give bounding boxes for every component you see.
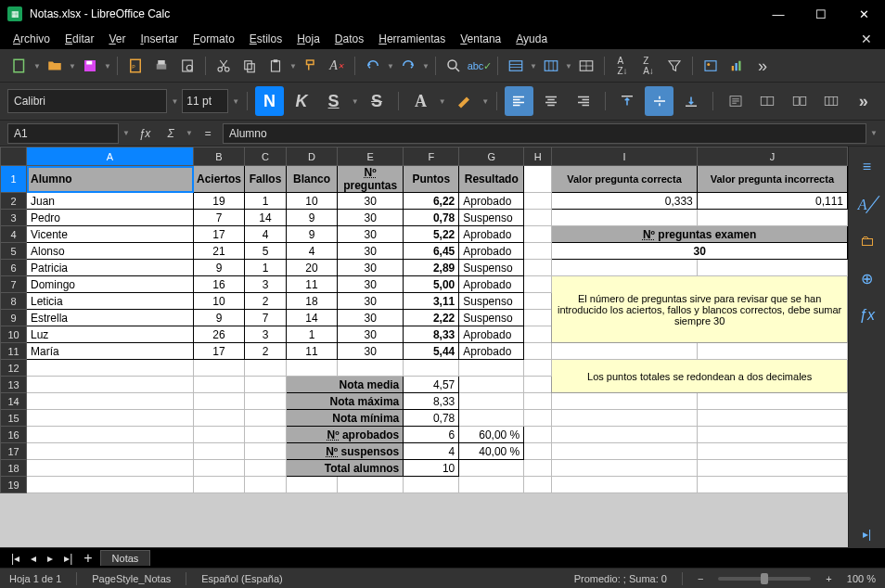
cell-A17[interactable] (27, 443, 194, 460)
cell-H17[interactable] (524, 443, 552, 460)
cell-J11[interactable] (697, 343, 847, 360)
col-header-G[interactable]: G (459, 147, 524, 166)
undo-icon[interactable] (361, 54, 385, 78)
minimize-button[interactable]: — (764, 7, 792, 21)
cell-D1[interactable]: Blanco (287, 166, 338, 193)
function-wizard-icon[interactable]: ƒx (134, 123, 156, 144)
cell-F14[interactable]: 8,33 (404, 393, 459, 410)
cell-C1[interactable]: Fallos (245, 166, 287, 193)
col-header-I[interactable]: I (552, 147, 698, 166)
cell-H18[interactable] (524, 460, 552, 477)
more2-icon[interactable]: » (850, 86, 879, 116)
merge-button[interactable] (753, 86, 782, 116)
row-header-15[interactable]: 15 (1, 410, 27, 427)
col-header-H[interactable]: H (524, 147, 552, 166)
cell-D11[interactable]: 11 (287, 343, 338, 360)
cell-B3[interactable]: 7 (194, 210, 245, 226)
cell-F5[interactable]: 6,45 (404, 243, 459, 260)
cell-E5[interactable]: 30 (338, 243, 404, 260)
align-center-button[interactable] (537, 86, 566, 116)
summary-label-0[interactable]: Nota media (287, 377, 404, 393)
cell-A1[interactable]: Alumno (27, 166, 194, 193)
cell-J16[interactable] (697, 427, 847, 443)
cell-C7[interactable]: 3 (245, 276, 287, 293)
new-dropdown[interactable]: ▼ (33, 54, 41, 78)
sheet-tab[interactable]: Notas (100, 550, 151, 566)
cell-D8[interactable]: 18 (287, 293, 338, 310)
cell-B1[interactable]: Aciertos (194, 166, 245, 193)
menu-formato[interactable]: Formato (187, 31, 240, 47)
sidebar-collapse-icon[interactable]: ▸| (854, 521, 880, 547)
col-header-C[interactable]: C (245, 147, 287, 166)
cell-B18[interactable] (194, 460, 245, 477)
cell-D6[interactable]: 20 (287, 260, 338, 276)
cell-H14[interactable] (524, 393, 552, 410)
row-header-18[interactable]: 18 (1, 460, 27, 477)
cell-F18[interactable]: 10 (404, 460, 459, 477)
menu-herramientas[interactable]: Herramientas (373, 31, 451, 47)
sidebar-functions-icon[interactable]: ƒx (854, 302, 880, 328)
cell-J6[interactable] (697, 260, 847, 276)
cell-F19[interactable] (404, 477, 459, 493)
cell-G19[interactable] (459, 477, 524, 493)
cell-A4[interactable]: Vicente (27, 226, 194, 243)
cell-D4[interactable]: 9 (287, 226, 338, 243)
col-header-F[interactable]: F (404, 147, 459, 166)
menu-ayuda[interactable]: Ayuda (510, 31, 553, 47)
col-header-E[interactable]: E (338, 147, 404, 166)
sidebar-navigator-icon[interactable]: ⊕ (854, 265, 880, 291)
cell-reference-input[interactable] (7, 123, 119, 144)
cell-A15[interactable] (27, 410, 194, 427)
cell-G1[interactable]: Resultado (459, 166, 524, 193)
cell-C2[interactable]: 1 (245, 193, 287, 210)
row-header-8[interactable]: 8 (1, 293, 27, 310)
formula-expand[interactable]: ▼ (870, 121, 878, 146)
row-header-11[interactable]: 11 (1, 343, 27, 360)
cell-C18[interactable] (245, 460, 287, 477)
cell-D3[interactable]: 9 (287, 210, 338, 226)
redo-icon[interactable] (396, 54, 420, 78)
cell-H12[interactable] (524, 360, 552, 377)
cell-E7[interactable]: 30 (338, 276, 404, 293)
grid-icon[interactable] (574, 54, 598, 78)
cell-A9[interactable]: Estrella (27, 310, 194, 326)
row-header-3[interactable]: 3 (1, 210, 27, 226)
cell-B17[interactable] (194, 443, 245, 460)
cell-B11[interactable]: 17 (194, 343, 245, 360)
cell-F7[interactable]: 5,00 (404, 276, 459, 293)
close-button[interactable]: ✕ (850, 7, 878, 21)
redo-dropdown[interactable]: ▼ (422, 54, 430, 78)
formula-input[interactable] (223, 123, 866, 144)
strike-button[interactable]: S (363, 86, 391, 116)
cell-G10[interactable]: Aprobado (459, 326, 524, 343)
cell-G15[interactable] (459, 410, 524, 427)
align-top-button[interactable] (613, 86, 642, 116)
cell-I6[interactable] (552, 260, 698, 276)
cell-F15[interactable]: 0,78 (404, 410, 459, 427)
cell-C3[interactable]: 14 (245, 210, 287, 226)
open-icon[interactable] (43, 54, 67, 78)
cell-J14[interactable] (697, 393, 847, 410)
col-header-J[interactable]: J (697, 147, 847, 166)
tab-next-icon[interactable]: ▸ (44, 552, 57, 565)
cell-H2[interactable] (524, 193, 552, 210)
summary-label-4[interactable]: Nº suspensos (287, 443, 404, 460)
find-icon[interactable] (442, 54, 466, 78)
cell-G14[interactable] (459, 393, 524, 410)
cell-F12[interactable] (404, 360, 459, 377)
cell-H5[interactable] (524, 243, 552, 260)
cell-H15[interactable] (524, 410, 552, 427)
highlight-dropdown[interactable]: ▼ (481, 89, 489, 113)
paste-icon[interactable] (263, 54, 288, 78)
summary-label-2[interactable]: Nota mínima (287, 410, 404, 427)
row-icon[interactable] (504, 54, 528, 78)
export-pdf-icon[interactable]: P (123, 54, 148, 78)
cell-C12[interactable] (245, 360, 287, 377)
tab-first-icon[interactable]: |◂ (7, 552, 23, 565)
font-size-dropdown[interactable]: ▼ (232, 89, 239, 113)
cell-G16[interactable]: 60,00 % (459, 427, 524, 443)
cell-C16[interactable] (245, 427, 287, 443)
autofilter-icon[interactable] (662, 54, 686, 78)
sort-asc-icon[interactable]: AZ↓ (610, 54, 635, 78)
cell-F1[interactable]: Puntos (404, 166, 459, 193)
